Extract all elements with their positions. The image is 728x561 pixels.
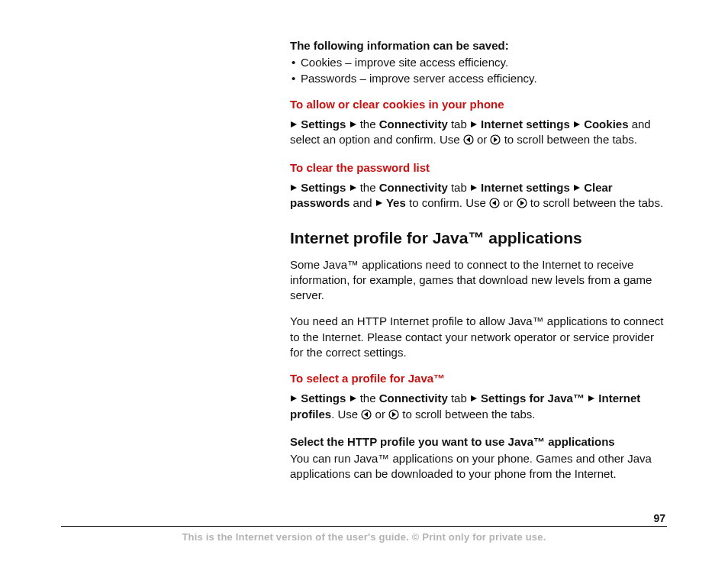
- arrow-icon: [588, 391, 595, 406]
- bullet-item: Passwords – improve server access effici…: [301, 71, 667, 86]
- nav-internet-settings: Internet settings: [481, 118, 570, 131]
- cookies-heading: To allow or clear cookies in your phone: [290, 97, 667, 112]
- text: the: [357, 118, 379, 131]
- arrow-icon: [375, 195, 383, 211]
- arrow-icon: [350, 180, 357, 195]
- footer-rule: [61, 526, 667, 527]
- svg-marker-22: [364, 411, 368, 417]
- text: to scroll between the tabs.: [527, 196, 663, 209]
- java-section-title: Internet profile for Java™ applications: [290, 227, 667, 249]
- svg-marker-17: [291, 395, 297, 401]
- java-p2: You need an HTTP Internet profile to all…: [290, 314, 667, 360]
- text: . Use: [331, 408, 361, 421]
- page-container: The following information can be saved: …: [0, 0, 728, 561]
- svg-marker-10: [471, 185, 477, 191]
- svg-marker-1: [350, 121, 356, 127]
- text: the: [357, 181, 379, 194]
- text: or: [500, 196, 517, 209]
- arrow-icon: [470, 117, 478, 132]
- svg-marker-8: [291, 185, 297, 191]
- nav-yes: Yes: [386, 196, 406, 209]
- arrow-icon: [573, 180, 581, 195]
- nav-left-icon: [361, 408, 372, 424]
- java-p1: Some Java™ applications need to connect …: [290, 257, 667, 304]
- nav-right-icon: [388, 408, 399, 424]
- svg-marker-9: [350, 185, 356, 191]
- text: tab: [448, 118, 470, 131]
- http-profile-body: You can run Java™ applications on your p…: [290, 451, 667, 482]
- svg-marker-19: [471, 395, 477, 401]
- svg-marker-18: [350, 395, 356, 401]
- nav-right-icon: [517, 197, 527, 212]
- nav-settings: Settings: [301, 392, 346, 405]
- text: tab: [448, 181, 470, 194]
- text: tab: [448, 392, 470, 405]
- arrow-icon: [350, 391, 357, 406]
- bullet-item: Cookies – improve site access efficiency…: [301, 55, 667, 70]
- intro-bullets: Cookies – improve site access efficiency…: [290, 55, 667, 86]
- nav-connectivity: Connectivity: [379, 181, 448, 194]
- java-profile-heading: To select a profile for Java™: [290, 371, 667, 386]
- intro-lead: The following information can be saved:: [290, 38, 667, 53]
- nav-settings: Settings: [301, 181, 346, 194]
- svg-marker-0: [291, 121, 297, 127]
- passwords-nav: Settings the Connectivity tab Internet s…: [290, 180, 667, 213]
- arrow-icon: [470, 180, 478, 195]
- arrow-icon: [290, 117, 298, 132]
- arrow-icon: [290, 391, 298, 406]
- cookies-nav: Settings the Connectivity tab Internet s…: [290, 117, 667, 150]
- svg-marker-16: [520, 201, 524, 206]
- text: and: [350, 196, 375, 209]
- nav-left-icon: [489, 197, 500, 212]
- svg-marker-3: [574, 121, 580, 127]
- text: to scroll between the tabs.: [501, 133, 636, 146]
- nav-settings-java: Settings for Java™: [481, 392, 585, 405]
- arrow-icon: [290, 180, 298, 195]
- svg-marker-11: [574, 185, 580, 191]
- footer-text: This is the Internet version of the user…: [0, 531, 728, 543]
- http-profile-lead: Select the HTTP profile you want to use …: [290, 434, 667, 450]
- arrow-icon: [573, 117, 581, 132]
- text: to confirm. Use: [406, 196, 489, 209]
- svg-marker-5: [466, 137, 470, 143]
- page-number: 97: [653, 512, 665, 524]
- arrow-icon: [470, 391, 478, 406]
- svg-marker-7: [494, 137, 498, 143]
- content-area: The following information can be saved: …: [290, 38, 667, 482]
- passwords-heading: To clear the password list: [290, 160, 667, 176]
- text: to scroll between the tabs.: [399, 408, 535, 421]
- nav-connectivity: Connectivity: [379, 392, 448, 405]
- footer: This is the Internet version of the user…: [0, 526, 728, 543]
- text: or: [474, 133, 491, 146]
- text: or: [372, 408, 388, 421]
- nav-settings: Settings: [301, 118, 346, 131]
- java-profile-nav: Settings the Connectivity tab Settings f…: [290, 391, 667, 424]
- svg-marker-2: [471, 121, 477, 127]
- nav-connectivity: Connectivity: [379, 118, 448, 131]
- nav-internet-settings: Internet settings: [481, 181, 570, 194]
- text: the: [357, 392, 379, 405]
- svg-marker-14: [492, 201, 496, 206]
- nav-left-icon: [463, 134, 474, 149]
- svg-marker-12: [376, 200, 382, 206]
- nav-right-icon: [490, 134, 501, 149]
- svg-marker-24: [392, 411, 396, 417]
- arrow-icon: [350, 117, 357, 132]
- svg-marker-20: [588, 395, 594, 401]
- nav-cookies: Cookies: [584, 118, 628, 131]
